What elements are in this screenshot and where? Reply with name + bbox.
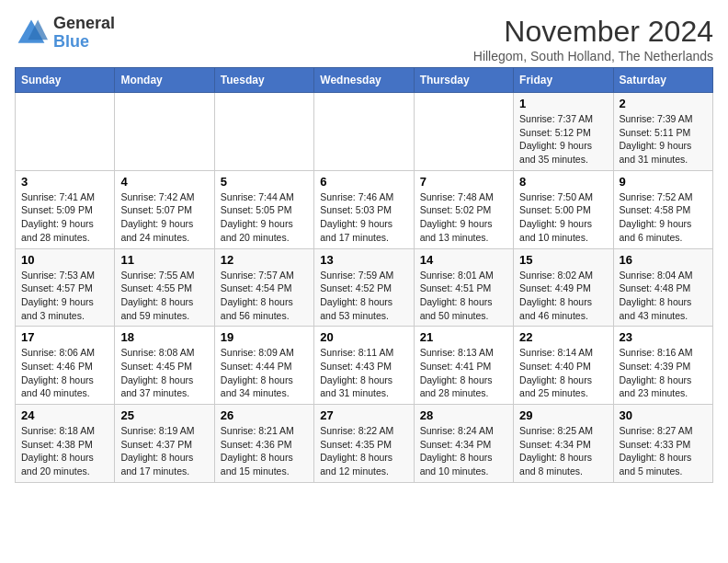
calendar-cell: 4Sunrise: 7:42 AM Sunset: 5:07 PM Daylig… bbox=[115, 170, 214, 248]
day-info: Sunrise: 8:11 AM Sunset: 4:43 PM Dayligh… bbox=[320, 346, 407, 400]
calendar-cell: 13Sunrise: 7:59 AM Sunset: 4:52 PM Dayli… bbox=[314, 248, 414, 327]
calendar-day-header: Wednesday bbox=[314, 68, 414, 93]
calendar-cell bbox=[414, 93, 513, 171]
calendar-cell bbox=[115, 93, 214, 171]
calendar-cell: 12Sunrise: 7:57 AM Sunset: 4:54 PM Dayli… bbox=[214, 248, 313, 327]
day-info: Sunrise: 7:55 AM Sunset: 4:55 PM Dayligh… bbox=[120, 269, 208, 323]
calendar-cell: 14Sunrise: 8:01 AM Sunset: 4:51 PM Dayli… bbox=[414, 248, 513, 327]
day-info: Sunrise: 7:37 AM Sunset: 5:12 PM Dayligh… bbox=[519, 112, 607, 167]
calendar-cell: 5Sunrise: 7:44 AM Sunset: 5:05 PM Daylig… bbox=[214, 170, 313, 248]
calendar-day-header: Sunday bbox=[16, 68, 115, 93]
day-number: 8 bbox=[519, 175, 607, 189]
day-number: 23 bbox=[620, 330, 707, 344]
day-number: 22 bbox=[519, 330, 607, 344]
calendar-cell: 6Sunrise: 7:46 AM Sunset: 5:03 PM Daylig… bbox=[314, 170, 414, 248]
calendar-day-header: Saturday bbox=[613, 68, 712, 93]
day-number: 24 bbox=[21, 408, 108, 422]
calendar-cell: 29Sunrise: 8:25 AM Sunset: 4:34 PM Dayli… bbox=[514, 405, 613, 483]
day-info: Sunrise: 7:41 AM Sunset: 5:09 PM Dayligh… bbox=[21, 190, 108, 245]
day-number: 14 bbox=[420, 253, 507, 267]
calendar-header-row: SundayMondayTuesdayWednesdayThursdayFrid… bbox=[16, 68, 713, 93]
day-info: Sunrise: 8:04 AM Sunset: 4:48 PM Dayligh… bbox=[620, 269, 707, 323]
calendar-week-row: 17Sunrise: 8:06 AM Sunset: 4:46 PM Dayli… bbox=[16, 327, 713, 405]
calendar-day-header: Thursday bbox=[414, 68, 513, 93]
calendar-week-row: 10Sunrise: 7:53 AM Sunset: 4:57 PM Dayli… bbox=[16, 248, 713, 327]
day-number: 29 bbox=[519, 408, 607, 422]
day-number: 25 bbox=[120, 408, 208, 422]
calendar-cell: 28Sunrise: 8:24 AM Sunset: 4:34 PM Dayli… bbox=[414, 405, 513, 483]
day-info: Sunrise: 7:59 AM Sunset: 4:52 PM Dayligh… bbox=[320, 269, 407, 323]
day-number: 30 bbox=[620, 408, 707, 422]
day-info: Sunrise: 7:39 AM Sunset: 5:11 PM Dayligh… bbox=[620, 112, 707, 167]
calendar-cell: 16Sunrise: 8:04 AM Sunset: 4:48 PM Dayli… bbox=[613, 248, 712, 327]
day-info: Sunrise: 8:09 AM Sunset: 4:44 PM Dayligh… bbox=[221, 346, 308, 400]
day-number: 1 bbox=[519, 97, 607, 110]
day-info: Sunrise: 7:53 AM Sunset: 4:57 PM Dayligh… bbox=[21, 269, 108, 323]
day-info: Sunrise: 8:22 AM Sunset: 4:35 PM Dayligh… bbox=[320, 424, 407, 478]
calendar-cell: 24Sunrise: 8:18 AM Sunset: 4:38 PM Dayli… bbox=[16, 405, 115, 483]
calendar-cell: 7Sunrise: 7:48 AM Sunset: 5:02 PM Daylig… bbox=[414, 170, 513, 248]
day-info: Sunrise: 7:44 AM Sunset: 5:05 PM Dayligh… bbox=[221, 190, 308, 245]
day-info: Sunrise: 8:02 AM Sunset: 4:49 PM Dayligh… bbox=[519, 269, 607, 323]
day-info: Sunrise: 7:57 AM Sunset: 4:54 PM Dayligh… bbox=[221, 269, 308, 323]
day-info: Sunrise: 7:50 AM Sunset: 5:00 PM Dayligh… bbox=[519, 190, 607, 245]
calendar-body: 1Sunrise: 7:37 AM Sunset: 5:12 PM Daylig… bbox=[16, 93, 713, 483]
logo-text: General Blue bbox=[53, 15, 115, 52]
day-info: Sunrise: 7:52 AM Sunset: 4:58 PM Dayligh… bbox=[620, 190, 707, 245]
calendar-cell: 22Sunrise: 8:14 AM Sunset: 4:40 PM Dayli… bbox=[514, 327, 613, 405]
day-number: 3 bbox=[21, 175, 108, 189]
day-info: Sunrise: 8:08 AM Sunset: 4:45 PM Dayligh… bbox=[120, 346, 208, 400]
day-number: 4 bbox=[120, 175, 208, 189]
day-number: 7 bbox=[420, 175, 507, 189]
day-info: Sunrise: 8:21 AM Sunset: 4:36 PM Dayligh… bbox=[221, 424, 308, 478]
day-info: Sunrise: 8:19 AM Sunset: 4:37 PM Dayligh… bbox=[120, 424, 208, 478]
logo-icon bbox=[15, 17, 48, 50]
logo: General Blue bbox=[15, 15, 115, 52]
calendar-table: SundayMondayTuesdayWednesdayThursdayFrid… bbox=[15, 67, 713, 483]
day-info: Sunrise: 8:13 AM Sunset: 4:41 PM Dayligh… bbox=[420, 346, 507, 400]
day-number: 15 bbox=[519, 253, 607, 267]
day-number: 2 bbox=[620, 97, 707, 110]
calendar-day-header: Monday bbox=[115, 68, 214, 93]
day-number: 20 bbox=[320, 330, 407, 344]
logo-line2: Blue bbox=[53, 33, 115, 52]
calendar-cell: 21Sunrise: 8:13 AM Sunset: 4:41 PM Dayli… bbox=[414, 327, 513, 405]
day-info: Sunrise: 8:24 AM Sunset: 4:34 PM Dayligh… bbox=[420, 424, 507, 478]
calendar-day-header: Friday bbox=[514, 68, 613, 93]
day-number: 21 bbox=[420, 330, 507, 344]
day-number: 19 bbox=[221, 330, 308, 344]
calendar-cell: 9Sunrise: 7:52 AM Sunset: 4:58 PM Daylig… bbox=[613, 170, 712, 248]
calendar-cell: 19Sunrise: 8:09 AM Sunset: 4:44 PM Dayli… bbox=[214, 327, 313, 405]
day-number: 27 bbox=[320, 408, 407, 422]
calendar-day-header: Tuesday bbox=[214, 68, 313, 93]
month-title: November 2024 bbox=[473, 15, 713, 49]
day-info: Sunrise: 7:46 AM Sunset: 5:03 PM Dayligh… bbox=[320, 190, 407, 245]
calendar-cell: 25Sunrise: 8:19 AM Sunset: 4:37 PM Dayli… bbox=[115, 405, 214, 483]
calendar-cell: 2Sunrise: 7:39 AM Sunset: 5:11 PM Daylig… bbox=[613, 93, 712, 171]
calendar-cell: 15Sunrise: 8:02 AM Sunset: 4:49 PM Dayli… bbox=[514, 248, 613, 327]
day-number: 6 bbox=[320, 175, 407, 189]
calendar-cell: 26Sunrise: 8:21 AM Sunset: 4:36 PM Dayli… bbox=[214, 405, 313, 483]
logo-line1: General bbox=[53, 15, 115, 33]
day-info: Sunrise: 7:48 AM Sunset: 5:02 PM Dayligh… bbox=[420, 190, 507, 245]
location-title: Hillegom, South Holland, The Netherlands bbox=[473, 49, 713, 63]
day-number: 11 bbox=[120, 253, 208, 267]
day-number: 10 bbox=[21, 253, 108, 267]
day-info: Sunrise: 8:18 AM Sunset: 4:38 PM Dayligh… bbox=[21, 424, 108, 478]
calendar-cell: 30Sunrise: 8:27 AM Sunset: 4:33 PM Dayli… bbox=[613, 405, 712, 483]
day-number: 26 bbox=[221, 408, 308, 422]
title-area: November 2024 Hillegom, South Holland, T… bbox=[473, 15, 713, 63]
calendar-cell: 3Sunrise: 7:41 AM Sunset: 5:09 PM Daylig… bbox=[16, 170, 115, 248]
day-info: Sunrise: 8:25 AM Sunset: 4:34 PM Dayligh… bbox=[519, 424, 607, 478]
calendar-cell: 27Sunrise: 8:22 AM Sunset: 4:35 PM Dayli… bbox=[314, 405, 414, 483]
day-number: 16 bbox=[620, 253, 707, 267]
calendar-week-row: 3Sunrise: 7:41 AM Sunset: 5:09 PM Daylig… bbox=[16, 170, 713, 248]
day-number: 13 bbox=[320, 253, 407, 267]
day-info: Sunrise: 8:16 AM Sunset: 4:39 PM Dayligh… bbox=[620, 346, 707, 400]
header: General Blue November 2024 Hillegom, Sou… bbox=[15, 15, 713, 63]
day-number: 18 bbox=[120, 330, 208, 344]
calendar-cell: 8Sunrise: 7:50 AM Sunset: 5:00 PM Daylig… bbox=[514, 170, 613, 248]
day-number: 5 bbox=[221, 175, 308, 189]
day-info: Sunrise: 8:14 AM Sunset: 4:40 PM Dayligh… bbox=[519, 346, 607, 400]
calendar-cell: 17Sunrise: 8:06 AM Sunset: 4:46 PM Dayli… bbox=[16, 327, 115, 405]
